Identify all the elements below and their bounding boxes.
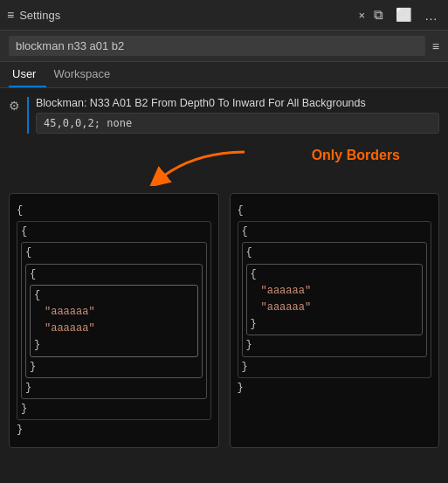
code-line: {	[25, 245, 203, 261]
code-line: }	[30, 359, 198, 376]
code-area: { { { { { "aaaaaa" "aaaaaa" } } }	[0, 186, 448, 457]
nested-level-3-right: { "aaaaaa" "aaaaaa" }	[246, 264, 424, 336]
nested-level-1-left: { { { { "aaaaaa" "aaaaaa" } } } }	[17, 221, 211, 420]
code-line: {	[251, 266, 419, 283]
nested-level-2-right: { { "aaaaaa" "aaaaaa" } }	[242, 242, 428, 356]
titlebar: ≡ Settings × ⧉ ⬜ …	[0, 0, 448, 31]
maximize-button[interactable]: ⬜	[392, 5, 416, 24]
nested-level-3-left: { { "aaaaaa" "aaaaaa" } }	[25, 264, 203, 378]
code-string: "aaaaaa"	[261, 300, 419, 316]
nested-level-4-left: { "aaaaaa" "aaaaaa" }	[30, 285, 198, 357]
split-editor-button[interactable]: ⧉	[370, 5, 387, 24]
searchbar: ≡	[0, 31, 448, 62]
tabs-bar: User Workspace	[0, 62, 448, 88]
code-string: "aaaaaa"	[261, 283, 419, 300]
code-line: {	[30, 266, 198, 283]
titlebar-actions: ⧉ ⬜ …	[370, 5, 441, 24]
filter-icon[interactable]: ≡	[432, 39, 439, 53]
code-line: }	[17, 422, 211, 438]
titlebar-title: Settings	[19, 9, 353, 22]
close-button[interactable]: ×	[353, 7, 370, 24]
code-line: {	[34, 287, 194, 304]
annotation-area: Only Borders	[0, 146, 448, 186]
code-line: }	[242, 359, 428, 376]
code-line: {	[238, 203, 432, 219]
arrow-icon	[140, 148, 253, 186]
annotation-text: Only Borders	[312, 148, 400, 163]
code-line: }	[21, 401, 207, 417]
code-line: {	[17, 203, 211, 219]
settings-icon: ≡	[7, 8, 14, 22]
code-line: }	[246, 337, 424, 354]
code-block-right: { { { { "aaaaaa" "aaaaaa" } } } }	[230, 193, 440, 448]
code-line: {	[246, 245, 424, 261]
gear-icon[interactable]: ⚙	[9, 99, 20, 113]
more-actions-button[interactable]: …	[421, 6, 441, 24]
code-line: }	[251, 316, 419, 333]
setting-value[interactable]: 45,0,0,2; none	[36, 113, 439, 134]
code-line: }	[25, 380, 203, 397]
code-string: "aaaaaa"	[45, 321, 194, 337]
nested-level-2-left: { { { "aaaaaa" "aaaaaa" } } }	[21, 242, 207, 399]
setting-block: Blockman: N33 A01 B2 From Depth0 To Inwa…	[27, 97, 439, 134]
setting-row: ⚙ Blockman: N33 A01 B2 From Depth0 To In…	[9, 97, 439, 134]
nested-level-1-right: { { { "aaaaaa" "aaaaaa" } } }	[238, 221, 432, 378]
setting-title: Blockman: N33 A01 B2 From Depth0 To Inwa…	[36, 97, 439, 109]
code-line: }	[238, 380, 432, 397]
code-line: {	[21, 224, 207, 240]
tab-workspace[interactable]: Workspace	[50, 62, 121, 87]
search-input[interactable]	[9, 36, 425, 56]
code-block-left: { { { { { "aaaaaa" "aaaaaa" } } }	[9, 193, 219, 448]
settings-content: ⚙ Blockman: N33 A01 B2 From Depth0 To In…	[0, 88, 448, 146]
code-string: "aaaaaa"	[45, 304, 194, 321]
tab-user[interactable]: User	[9, 62, 46, 87]
code-line: }	[34, 337, 194, 354]
code-line: {	[242, 224, 428, 240]
